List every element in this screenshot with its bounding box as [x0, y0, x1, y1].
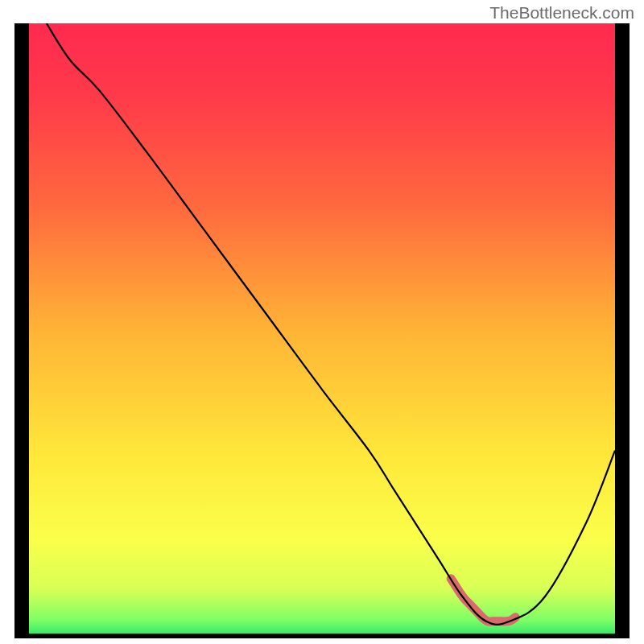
chart-frame: [14, 23, 630, 638]
watermark-text: TheBottleneck.com: [489, 3, 634, 23]
curve-layer: [14, 23, 630, 638]
plot-area: [14, 23, 630, 638]
svg-rect-2: [615, 23, 630, 638]
svg-rect-3: [14, 634, 630, 638]
svg-rect-1: [14, 23, 29, 638]
